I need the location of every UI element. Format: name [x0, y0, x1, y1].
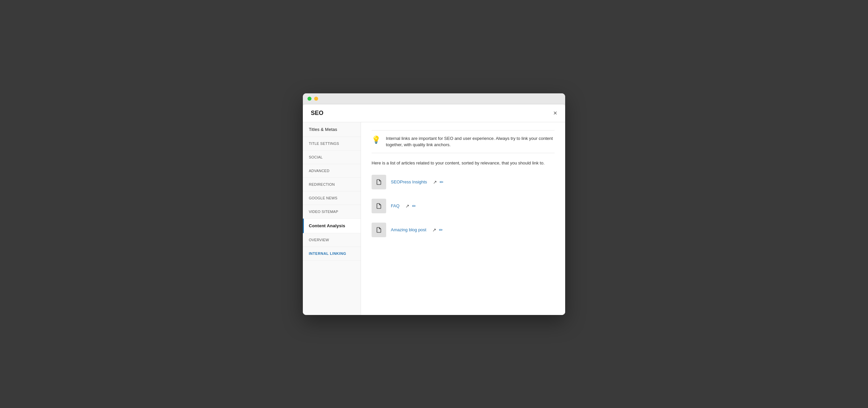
sidebar-item-internal-linking[interactable]: INTERNAL LINKING	[303, 247, 361, 261]
article-link-3[interactable]: Amazing blog post	[391, 227, 426, 232]
sidebar-item-title-settings[interactable]: TITLE SETTINGS	[303, 137, 361, 150]
sidebar-item-video-sitemap[interactable]: VIDEO SITEMAP	[303, 205, 361, 218]
external-link-icon-1[interactable]: ↗︎	[433, 179, 437, 185]
article-actions-3: ↗︎ ✏	[432, 227, 443, 233]
article-thumb-1	[372, 175, 386, 190]
edit-icon-1[interactable]: ✏	[440, 179, 444, 185]
traffic-light-green[interactable]	[308, 97, 311, 101]
dialog-body: Titles & Metas TITLE SETTINGS SOCIAL ADV…	[303, 122, 565, 315]
dialog: SEO × Titles & Metas TITLE SETTINGS SOCI…	[303, 104, 565, 315]
sidebar-item-google-news[interactable]: GOOGLE NEWS	[303, 192, 361, 205]
main-content: 💡 Internal links are important for SEO a…	[361, 122, 565, 315]
sidebar-item-titles-metas[interactable]: Titles & Metas	[303, 122, 361, 137]
edit-icon-3[interactable]: ✏	[439, 227, 443, 233]
lightbulb-icon: 💡	[372, 136, 380, 144]
traffic-light-yellow[interactable]	[314, 97, 318, 101]
sidebar-item-content-analysis[interactable]: Content Analysis	[303, 218, 361, 233]
article-list: SEOPress Insights ↗︎ ✏ FAQ ↗︎	[372, 172, 555, 240]
article-item: FAQ ↗︎ ✏	[372, 196, 555, 216]
sidebar-item-advanced[interactable]: ADVANCED	[303, 164, 361, 178]
article-thumb-2	[372, 199, 386, 213]
app-window: SEO × Titles & Metas TITLE SETTINGS SOCI…	[303, 93, 565, 315]
article-link-2[interactable]: FAQ	[391, 203, 400, 208]
article-thumb-3	[372, 223, 386, 237]
article-link-1[interactable]: SEOPress Insights	[391, 179, 427, 184]
dialog-header: SEO ×	[303, 104, 565, 122]
list-intro: Here is a list of articles related to yo…	[372, 161, 555, 166]
sidebar-item-overview[interactable]: OVERVIEW	[303, 233, 361, 247]
article-actions-1: ↗︎ ✏	[433, 179, 444, 185]
external-link-icon-2[interactable]: ↗︎	[405, 203, 409, 209]
document-icon	[376, 203, 382, 209]
article-actions-2: ↗︎ ✏	[405, 203, 416, 209]
article-item: Amazing blog post ↗︎ ✏	[372, 220, 555, 240]
sidebar: Titles & Metas TITLE SETTINGS SOCIAL ADV…	[303, 122, 361, 315]
article-item: SEOPress Insights ↗︎ ✏	[372, 172, 555, 192]
info-banner: 💡 Internal links are important for SEO a…	[372, 130, 555, 153]
info-text: Internal links are important for SEO and…	[386, 135, 555, 148]
edit-icon-2[interactable]: ✏	[412, 203, 416, 209]
close-button[interactable]: ×	[553, 110, 557, 116]
document-icon	[376, 227, 382, 233]
sidebar-item-redirection[interactable]: REDIRECTION	[303, 178, 361, 192]
dialog-title: SEO	[311, 110, 323, 117]
sidebar-item-social[interactable]: SOCIAL	[303, 150, 361, 164]
titlebar	[303, 93, 565, 104]
document-icon	[376, 179, 382, 185]
external-link-icon-3[interactable]: ↗︎	[432, 227, 436, 233]
